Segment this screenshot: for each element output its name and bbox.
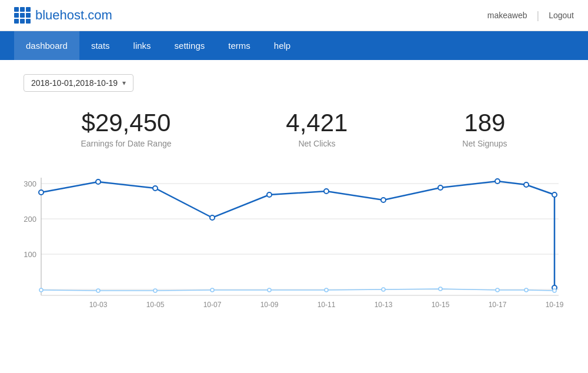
stat-clicks-label: Net Clicks: [286, 139, 348, 148]
svg-point-29: [524, 288, 528, 292]
svg-text:10-19: 10-19: [546, 301, 564, 309]
nav-item-terms[interactable]: terms: [216, 31, 262, 60]
main-content: 2018-10-01,2018-10-19 ▾ $29,450 Earnings…: [0, 60, 588, 339]
svg-point-10: [153, 186, 158, 191]
svg-text:10-15: 10-15: [432, 301, 450, 309]
nav-item-dashboard[interactable]: dashboard: [14, 31, 79, 60]
svg-point-15: [438, 185, 443, 190]
svg-text:10-05: 10-05: [146, 301, 165, 309]
logo-area: bluehost.com: [14, 7, 112, 24]
svg-text:200: 200: [24, 215, 36, 224]
svg-point-30: [553, 289, 556, 292]
top-header: bluehost.com makeaweb | Logout: [0, 0, 588, 31]
date-range-picker[interactable]: 2018-10-01,2018-10-19 ▾: [24, 74, 133, 92]
stat-earnings-value: $29,450: [81, 109, 171, 136]
line-chart: 300 200 100: [24, 172, 564, 325]
svg-point-18: [552, 192, 557, 197]
header-right: makeaweb | Logout: [487, 9, 574, 22]
stat-signups-label: Net Signups: [462, 139, 507, 148]
svg-point-13: [324, 189, 329, 194]
stat-earnings-label: Earnings for Date Range: [81, 139, 171, 148]
svg-point-27: [439, 287, 442, 291]
stat-clicks: 4,421 Net Clicks: [286, 109, 348, 148]
main-nav: dashboard stats links settings terms hel…: [0, 31, 588, 60]
svg-point-21: [96, 289, 100, 292]
svg-point-8: [39, 190, 44, 195]
svg-point-16: [495, 179, 500, 184]
nav-item-links[interactable]: links: [122, 31, 163, 60]
logo-grid-icon: [14, 7, 31, 24]
stat-signups-value: 189: [462, 109, 507, 136]
logo-text: bluehost.com: [35, 8, 112, 23]
svg-point-24: [268, 288, 271, 292]
date-range-value: 2018-10-01,2018-10-19: [31, 78, 118, 88]
stats-row: $29,450 Earnings for Date Range 4,421 Ne…: [24, 109, 564, 148]
stat-earnings: $29,450 Earnings for Date Range: [81, 109, 171, 148]
nav-item-help[interactable]: help: [262, 31, 302, 60]
username-label: makeaweb: [487, 11, 527, 20]
svg-point-17: [524, 182, 529, 187]
svg-text:10-11: 10-11: [318, 301, 336, 309]
svg-text:10-13: 10-13: [375, 301, 393, 309]
logout-link[interactable]: Logout: [549, 11, 574, 20]
header-divider: |: [536, 9, 539, 22]
svg-point-26: [382, 288, 385, 291]
svg-point-11: [210, 215, 215, 220]
nav-item-stats[interactable]: stats: [79, 31, 122, 60]
svg-text:10-17: 10-17: [489, 301, 507, 309]
svg-text:10-07: 10-07: [203, 301, 222, 309]
stat-clicks-value: 4,421: [286, 109, 348, 136]
svg-point-12: [267, 192, 272, 197]
svg-text:10-09: 10-09: [260, 301, 279, 309]
svg-point-9: [96, 179, 101, 184]
svg-point-22: [153, 289, 157, 292]
svg-text:300: 300: [24, 179, 36, 188]
svg-point-28: [496, 288, 499, 292]
chart-container: 300 200 100: [24, 172, 564, 325]
svg-point-25: [325, 288, 328, 292]
dropdown-arrow-icon: ▾: [122, 79, 126, 87]
nav-item-settings[interactable]: settings: [163, 31, 217, 60]
svg-text:100: 100: [24, 250, 36, 259]
svg-point-20: [39, 288, 43, 292]
svg-text:10-03: 10-03: [89, 301, 108, 309]
svg-point-23: [211, 288, 214, 292]
svg-point-14: [381, 198, 386, 202]
stat-signups: 189 Net Signups: [462, 109, 507, 148]
